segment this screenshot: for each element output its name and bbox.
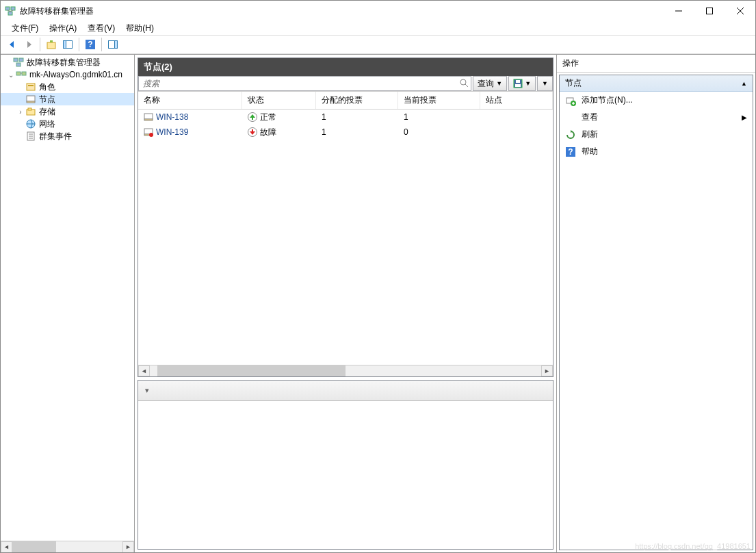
tree-events[interactable]: 群集事件 <box>1 130 134 142</box>
svg-rect-1 <box>11 7 15 10</box>
svg-rect-39 <box>144 114 153 119</box>
svg-rect-9 <box>47 42 55 49</box>
close-button[interactable] <box>725 1 755 21</box>
tree-label: 节点 <box>39 94 55 105</box>
svg-rect-22 <box>27 83 35 90</box>
tree-label: 网络 <box>39 118 55 130</box>
tree-roles[interactable]: 角色 <box>1 81 134 93</box>
menu-file[interactable]: 文件(F) <box>6 21 44 36</box>
tree-scrollbar[interactable]: ◄ ► <box>1 541 134 552</box>
window-title: 故障转移群集管理器 <box>20 5 663 17</box>
show-hide-tree-button[interactable] <box>60 37 75 52</box>
cluster-icon <box>16 69 27 80</box>
svg-rect-19 <box>16 72 21 75</box>
tree-root[interactable]: 故障转移群集管理器 <box>1 56 134 68</box>
site <box>480 116 553 118</box>
svg-rect-20 <box>22 72 26 75</box>
tree-label: mk-AlwaysOn.gdmk01.cn <box>29 70 122 79</box>
assigned-vote: 1 <box>316 111 398 123</box>
save-button[interactable]: ▼ <box>508 76 536 91</box>
current-vote: 0 <box>398 126 480 138</box>
back-button[interactable] <box>5 37 20 52</box>
grid-header: 名称 状态 分配的投票 当前投票 站点 <box>138 92 553 110</box>
up-button[interactable] <box>44 37 59 52</box>
tree-nodes[interactable]: 节点 <box>1 93 134 105</box>
col-current-vote[interactable]: 当前投票 <box>398 92 480 109</box>
status-up-icon <box>248 112 257 122</box>
center-panel: 节点(2) 查询▼ ▼ ▼ 名称 状态 分配的投票 当前投票 站点 WIN-13… <box>135 55 557 552</box>
svg-point-43 <box>149 133 153 137</box>
action-refresh[interactable]: 刷新 <box>560 126 753 143</box>
storage-icon <box>25 106 36 117</box>
col-name[interactable]: 名称 <box>138 92 242 109</box>
menu-help[interactable]: 帮助(H) <box>120 21 159 36</box>
maximize-button[interactable] <box>694 1 725 21</box>
nodes-icon <box>25 94 36 105</box>
scroll-thumb[interactable] <box>12 541 56 553</box>
query-label: 查询 <box>478 78 494 90</box>
table-row[interactable]: WIN-139 故障 1 0 <box>138 125 553 140</box>
col-site[interactable]: 站点 <box>480 92 553 109</box>
scroll-track[interactable] <box>150 365 541 376</box>
svg-rect-6 <box>706 8 712 14</box>
grid-body: WIN-138 正常 1 1 WIN-139 故障 1 0 <box>138 110 553 365</box>
svg-rect-2 <box>8 12 12 15</box>
show-hide-action-button[interactable] <box>105 37 120 52</box>
actions-subheader[interactable]: 节点 ▲ <box>560 75 753 92</box>
col-assigned-vote[interactable]: 分配的投票 <box>316 92 398 109</box>
scroll-right-icon[interactable]: ► <box>541 365 553 376</box>
minimize-button[interactable] <box>663 1 694 21</box>
tree-label: 故障转移群集管理器 <box>27 57 101 68</box>
toolbar-separator <box>101 38 102 51</box>
svg-rect-24 <box>27 96 35 101</box>
actions-title: 操作 <box>557 55 755 73</box>
nodes-list-pane: 节点(2) 查询▼ ▼ ▼ 名称 状态 分配的投票 当前投票 站点 WIN-13… <box>138 57 553 377</box>
action-view[interactable]: 查看 ▶ <box>560 109 753 126</box>
app-icon <box>5 5 16 16</box>
action-label: 帮助 <box>582 146 598 157</box>
svg-rect-37 <box>515 84 521 87</box>
scroll-track[interactable] <box>12 541 122 553</box>
detail-pane: ▾ <box>138 380 553 550</box>
status-text: 正常 <box>260 112 276 123</box>
collapse-icon: ▲ <box>741 80 747 87</box>
scroll-thumb[interactable] <box>157 365 346 376</box>
action-add-node[interactable]: 添加节点(N)... <box>560 92 753 109</box>
tree-panel: 故障转移群集管理器 ⌄ mk-AlwaysOn.gdmk01.cn 角色 节点 … <box>1 55 135 552</box>
scroll-right-icon[interactable]: ► <box>122 541 134 553</box>
cluster-manager-icon <box>13 57 24 68</box>
network-icon <box>25 118 36 129</box>
table-row[interactable]: WIN-138 正常 1 1 <box>138 110 553 125</box>
chevron-down-icon: ▼ <box>525 80 531 87</box>
dropdown-button[interactable]: ▼ <box>537 76 553 91</box>
action-help[interactable]: ? 帮助 <box>560 143 753 160</box>
query-button[interactable]: 查询▼ <box>473 76 507 91</box>
refresh-icon <box>565 129 576 140</box>
col-status[interactable]: 状态 <box>242 92 316 109</box>
forward-button[interactable] <box>21 37 36 52</box>
help-button[interactable]: ? <box>83 37 98 52</box>
scroll-left-icon[interactable]: ◄ <box>138 365 150 376</box>
grid-scrollbar[interactable]: ◄ ► <box>138 365 553 376</box>
svg-rect-18 <box>16 63 21 66</box>
search-icon[interactable] <box>459 78 469 88</box>
tree-cluster[interactable]: ⌄ mk-AlwaysOn.gdmk01.cn <box>1 68 134 81</box>
tree-storage[interactable]: › 存储 <box>1 105 134 118</box>
action-label: 查看 <box>582 112 598 123</box>
chevron-down-icon: ▼ <box>496 80 502 87</box>
node-name: WIN-139 <box>156 127 188 137</box>
expander-icon[interactable]: ⌄ <box>6 71 16 79</box>
menu-action[interactable]: 操作(A) <box>44 21 82 36</box>
menu-view[interactable]: 查看(V) <box>82 21 120 36</box>
search-input[interactable] <box>138 76 471 91</box>
events-icon <box>25 131 36 142</box>
title-bar: 故障转移群集管理器 <box>1 1 755 21</box>
view-icon <box>565 112 576 123</box>
tree-network[interactable]: 网络 <box>1 118 134 130</box>
status-down-icon <box>248 127 257 137</box>
svg-rect-16 <box>14 58 18 62</box>
expander-icon[interactable]: › <box>16 108 25 116</box>
detail-collapse-bar[interactable]: ▾ <box>138 381 553 401</box>
scroll-left-icon[interactable]: ◄ <box>1 541 12 553</box>
svg-rect-40 <box>144 119 153 120</box>
